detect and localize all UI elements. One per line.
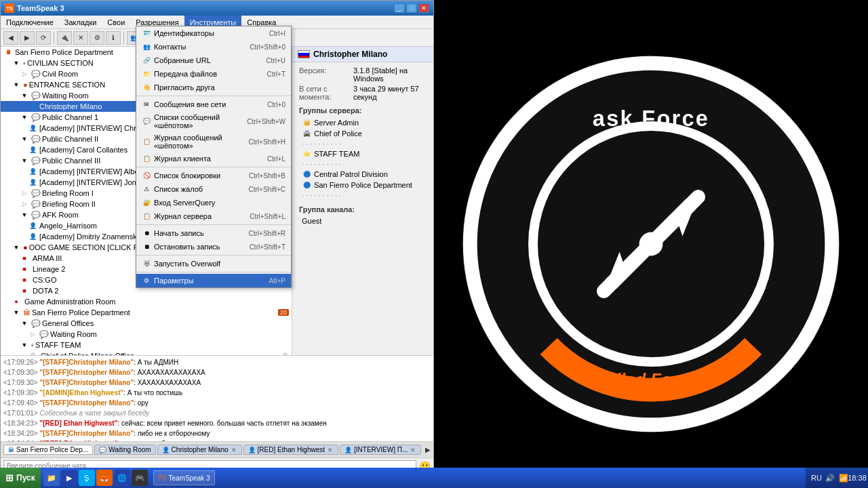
dropdown-blocklist[interactable]: 🚫 Список блокировки Ctrl+Shift+B <box>136 169 291 182</box>
taskbar: ⊞ Пуск 📁 ▶ Ş 🦊 🌐 🎮 TS TeamSpeak 3 RU 🔊 📶 <box>0 468 868 488</box>
block-icon: 🚫 <box>142 171 151 180</box>
explorer-icon: 📁 <box>47 474 56 483</box>
shortcut: Alt+P <box>269 277 285 285</box>
taskbar-win-ts[interactable]: TS TeamSpeak 3 <box>153 470 215 485</box>
dropdown-label: Список жалоб <box>154 185 203 193</box>
shortcut: Ctrl+Shift+R <box>249 230 285 237</box>
dropdown-whisper-list[interactable]: 💬 Списки сообщений «шёпотом» Ctrl+Shift+… <box>136 111 291 131</box>
shortcut: Ctrl+T <box>267 70 286 78</box>
dropdown-label: Журнал клиента <box>154 155 211 163</box>
dropdown-label: Остановить запись <box>154 243 220 251</box>
server-log-icon: 📋 <box>142 211 151 221</box>
browser-icon: 🌐 <box>117 474 127 483</box>
dropdown-label: Журнал сообщений «шёпотом» <box>154 134 243 150</box>
dropdown-server-log[interactable]: 📋 Журнал сервера Ctrl+Shift+L <box>136 209 291 223</box>
game-icon: 🎮 <box>135 474 144 483</box>
dropdown-menu: 🪪 Идентификаторы Ctrl+I 👥 Контакты Ctrl+… <box>136 26 292 288</box>
shortcut: Ctrl+Shift+C <box>249 186 285 193</box>
tray-volume[interactable]: 🔊 <box>825 472 835 483</box>
dropdown-whisper-log[interactable]: 📋 Журнал сообщений «шёпотом» Ctrl+Shift+… <box>136 131 291 152</box>
dropdown-label: Передача файлов <box>154 70 217 78</box>
shortcut: Ctrl+Shift+T <box>250 243 285 251</box>
invite-icon: 👋 <box>142 83 151 92</box>
url-icon: 🔗 <box>142 56 151 65</box>
firefox-icon: 🦊 <box>100 474 109 483</box>
dropdown-label: Идентификаторы <box>154 29 214 37</box>
dropdown-urls[interactable]: 🔗 Собранные URL Ctrl+U <box>136 54 291 67</box>
dropdown-start-record[interactable]: ⏺ Начать запись Ctrl+Shift+R <box>136 226 291 240</box>
win-icon: TS <box>158 474 167 482</box>
taskbar-tray: RU 🔊 📶 18:38 <box>806 468 868 488</box>
media-icon: ▶ <box>66 474 72 483</box>
dropdown-identifiers[interactable]: 🪪 Идентификаторы Ctrl+I <box>136 26 291 40</box>
taskbar-windows: TS TeamSpeak 3 <box>151 470 806 485</box>
log-icon: 📋 <box>142 137 151 146</box>
taskbar-explorer[interactable]: 📁 <box>43 470 60 486</box>
dropdown-sep-1 <box>136 96 291 96</box>
start-logo: ⊞ <box>5 472 14 483</box>
dropdown-label: Собранные URL <box>154 56 211 64</box>
taskbar-skype[interactable]: Ş <box>79 470 95 486</box>
tray-lang: RU <box>811 472 822 483</box>
complaint-icon: ⚠ <box>142 184 151 194</box>
taskbar-apps: 📁 ▶ Ş 🦊 🌐 🎮 <box>41 470 151 486</box>
shortcut: Ctrl+0 <box>267 101 285 108</box>
dropdown-label: Начать запись <box>154 229 204 237</box>
taskbar-game[interactable]: 🎮 <box>132 470 148 486</box>
win-label: TeamSpeak 3 <box>168 474 210 482</box>
shortcut: Ctrl+U <box>266 57 285 64</box>
taskbar-browser[interactable]: 🌐 <box>114 470 130 486</box>
shortcut: Ctrl+Shift+H <box>249 138 285 146</box>
contacts-icon: 👥 <box>142 42 151 52</box>
dropdown-filetransfer[interactable]: 📁 Передача файлов Ctrl+T <box>136 67 291 81</box>
dropdown-label: Журнал сервера <box>154 212 212 220</box>
dropdown-label: Параметры <box>154 277 194 285</box>
record-icon: ⏺ <box>142 228 151 238</box>
start-label: Пуск <box>16 473 35 483</box>
dropdown-label: Список блокировки <box>154 171 220 180</box>
shortcut: Ctrl+Shift+W <box>247 118 285 125</box>
taskbar-firefox[interactable]: 🦊 <box>96 470 113 486</box>
start-button[interactable]: ⊞ Пуск <box>0 468 41 488</box>
dropdown-invite[interactable]: 👋 Пригласить друга <box>136 81 291 94</box>
dropdown-label: Запустить Overwolf <box>154 260 220 268</box>
dropdown-stop-record[interactable]: ⏹ Остановить запись Ctrl+Shift+T <box>136 240 291 253</box>
shortcut: Ctrl+Shift+0 <box>250 43 285 51</box>
dropdown-sep-2 <box>136 167 291 167</box>
shortcut: Ctrl+Shift+L <box>250 213 285 220</box>
dropdown-label: Вход ServerQuery <box>154 199 215 207</box>
msg-icon: ✉ <box>142 100 151 109</box>
taskbar-media[interactable]: ▶ <box>61 470 77 486</box>
whisper-icon: 💬 <box>142 117 151 126</box>
tray-time: 18:38 <box>852 472 863 483</box>
log-icon: 📋 <box>142 154 151 163</box>
shortcut: Ctrl+L <box>267 155 285 163</box>
dropdown-serverquery[interactable]: 🔐 Вход ServerQuery <box>136 196 291 209</box>
stop-icon: ⏹ <box>142 242 151 251</box>
overwolf-icon: 🐺 <box>142 259 151 268</box>
settings-icon: ⚙ <box>142 276 151 285</box>
file-icon: 📁 <box>142 69 151 79</box>
dropdown-label: Пригласить друга <box>154 83 215 92</box>
dropdown-overlay[interactable]: 🪪 Идентификаторы Ctrl+I 👥 Контакты Ctrl+… <box>0 0 868 488</box>
shortcut: Ctrl+I <box>269 30 285 37</box>
dropdown-label: Сообщения вне сети <box>154 100 226 108</box>
dropdown-settings[interactable]: ⚙ Параметры Alt+P <box>136 274 291 287</box>
dropdown-contacts[interactable]: 👥 Контакты Ctrl+Shift+0 <box>136 40 291 54</box>
dropdown-sep-4 <box>136 255 291 256</box>
dropdown-sep-5 <box>136 272 291 272</box>
dropdown-complaints[interactable]: ⚠ Список жалоб Ctrl+Shift+C <box>136 182 291 196</box>
dropdown-label: Контакты <box>154 43 186 51</box>
shortcut: Ctrl+Shift+B <box>249 172 285 180</box>
clock: 18:38 <box>848 474 867 482</box>
dropdown-label: Списки сообщений «шёпотом» <box>154 113 241 129</box>
dropdown-overwolf[interactable]: 🐺 Запустить Overwolf <box>136 257 291 270</box>
dropdown-client-log[interactable]: 📋 Журнал клиента Ctrl+L <box>136 152 291 165</box>
dropdown-sep-3 <box>136 224 291 225</box>
skype-icon: Ş <box>84 474 89 482</box>
dropdown-offline-msgs[interactable]: ✉ Сообщения вне сети Ctrl+0 <box>136 98 291 111</box>
query-icon: 🔐 <box>142 198 151 207</box>
id-icon: 🪪 <box>142 28 151 38</box>
